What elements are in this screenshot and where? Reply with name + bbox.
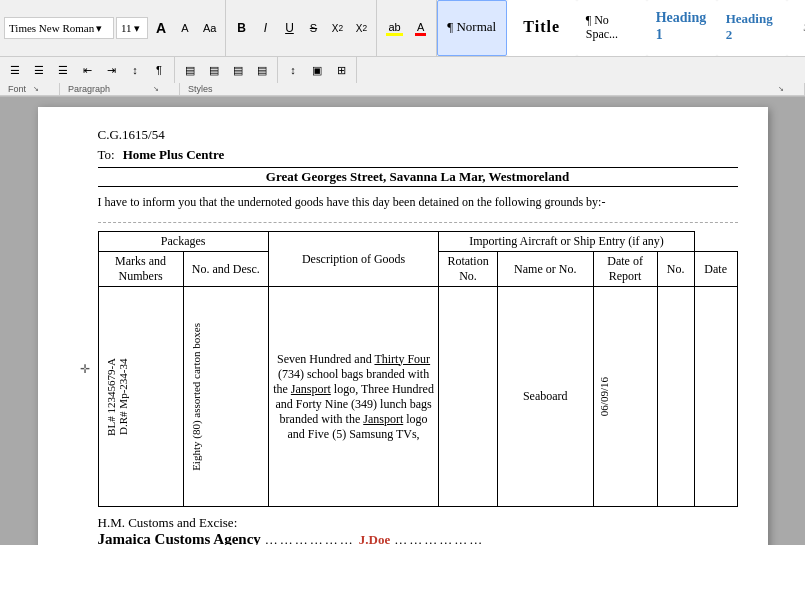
col-rotation-header: Rotation No. [439,252,498,287]
spacing-group: ↕ ▣ ⊞ [278,57,357,83]
shading-icon: ▣ [312,64,322,77]
shading-button[interactable]: ▣ [306,59,328,81]
text-format-group: B I U S X2 X2 [226,0,377,56]
signature-line: Jamaica Customs Agency ……………… J.Doe …………… [98,531,738,545]
clear-format-button[interactable]: Aa [198,17,221,39]
subscript-button[interactable]: X2 [326,17,348,39]
style-heading2-preview: Heading 2 [726,11,778,42]
paragraph-section-label: Paragraph ↘ [60,83,180,95]
italic-button[interactable]: I [254,17,276,39]
line-spacing-icon: ↕ [290,64,296,76]
row1-marks-cell: BL# 12345679-AD.R# Mp-234-34 [98,287,183,507]
font-color-button[interactable]: A [410,17,432,39]
align-left-icon: ▤ [185,64,195,77]
sort-icon: ↕ [132,64,138,76]
style-heading2[interactable]: Heading 2 [717,0,787,56]
marks-rotated-text: BL# 12345679-AD.R# Mp-234-34 [103,354,131,440]
borders-icon: ⊞ [337,64,346,77]
jansport2-underline: Jansport [363,412,403,426]
table-wrapper: ✛ Packages Description of Goods Importin… [98,231,738,507]
style-heading1[interactable]: Heading 1 [647,0,717,56]
paragraph-section-arrow[interactable]: ↘ [153,85,159,93]
style-no-spacing[interactable]: ¶ No Spac... [577,0,647,56]
col-marks-header: Marks and Numbers [98,252,183,287]
row1-rotation-cell [439,287,498,507]
shrink-font-button[interactable]: A [174,17,196,39]
numbering-button[interactable]: ☰ [28,59,50,81]
col-no-header: No. [657,252,694,287]
packages-header: Packages [98,232,268,252]
styles-section-arrow[interactable]: ↘ [778,85,784,93]
font-group: Times New Roman ▾ 11 ▾ A A Aa [0,0,226,56]
justify-button[interactable]: ▤ [251,59,273,81]
font-name-dropdown[interactable]: Times New Roman ▾ [4,17,114,39]
bullets-button[interactable]: ☰ [4,59,26,81]
justify-icon: ▤ [257,64,267,77]
line-spacing-button[interactable]: ↕ [282,59,304,81]
borders-button[interactable]: ⊞ [330,59,352,81]
address-text: Great Georges Street, Savanna La Mar, We… [266,169,569,184]
table-row: BL# 12345679-AD.R# Mp-234-34 Eighty (80)… [98,287,737,507]
align-center-button[interactable]: ▤ [203,59,225,81]
paragraph-label-text: Paragraph [68,84,110,94]
font-size-value: 11 [121,22,132,34]
multilevel-button[interactable]: ☰ [52,59,74,81]
col-date-report-header: Date of Report [593,252,657,287]
show-marks-button[interactable]: ¶ [148,59,170,81]
col-date-header: Date [694,252,737,287]
styles-area: ¶ Normal Title ¶ No Spac... Heading 1 He… [437,0,805,56]
bullets-icon: ☰ [10,64,20,77]
underline-button[interactable]: U [278,17,300,39]
desc-header: Description of Goods [268,232,438,287]
align-right-button[interactable]: ▤ [227,59,249,81]
font-name-arrow: ▾ [96,22,102,35]
row1-name-cell: Seaboard [497,287,593,507]
highlight-button[interactable]: ab [381,17,407,39]
grow-font-button[interactable]: A [150,17,172,39]
row1-desc-cell: Seven Hundred and Thirty Four (734) scho… [268,287,438,507]
color-group: ab A [377,0,436,56]
align-left-button[interactable]: ▤ [179,59,201,81]
bold-button[interactable]: B [230,17,252,39]
no-desc-rotated-text: Eighty (80) assorted carton boxes [188,319,204,475]
letter-body: I have to inform you that the undernoted… [98,195,738,223]
increase-indent-button[interactable]: ⇥ [100,59,122,81]
increase-indent-icon: ⇥ [107,64,116,77]
bottom-section: H.M. Customs and Excise: Jamaica Customs… [98,515,738,545]
col-name-no-header: Name or No. [497,252,593,287]
style-title[interactable]: Title [507,0,577,56]
style-subtitle[interactable]: Subtitle [787,0,805,56]
styles-section-label: Styles ↘ [180,83,805,95]
style-normal-preview: ¶ Normal [447,19,496,35]
strikethrough-button[interactable]: S [302,17,324,39]
letter-reference: C.G.1615/54 [98,127,738,143]
row1-no-cell [657,287,694,507]
multilevel-icon: ☰ [58,64,68,77]
dots1: ……………… [265,532,355,545]
row1-date-report-cell: 06/09/16 [593,287,657,507]
font-section-arrow[interactable]: ↘ [33,85,39,93]
style-no-spacing-preview: ¶ No Spac... [586,13,638,42]
list-group: ☰ ☰ ☰ ⇤ ⇥ ↕ ¶ [0,57,175,83]
highlight-icon: ab [386,21,402,36]
goods-table: Packages Description of Goods Importing … [98,231,738,507]
document-area: C.G.1615/54 To: Home Plus Centre Great G… [0,97,805,545]
font-section-label: Font ↘ [0,83,60,95]
style-normal[interactable]: ¶ Normal [437,0,507,56]
table-move-handle[interactable]: ✛ [80,362,90,377]
decrease-indent-icon: ⇤ [83,64,92,77]
spacer [357,57,805,83]
toolbar-row1: Times New Roman ▾ 11 ▾ A A Aa B I U S X2… [0,0,805,57]
font-color-icon: A [415,21,426,36]
font-size-dropdown[interactable]: 11 ▾ [116,17,148,39]
superscript-button[interactable]: X2 [350,17,372,39]
section-labels-bar: Font ↘ Paragraph ↘ Styles ↘ [0,83,805,96]
customs-label: H.M. Customs and Excise: [98,515,738,531]
thirty-four-underline: Thirty Four [374,352,430,366]
reference-text: C.G.1615/54 [98,127,165,142]
sort-button[interactable]: ↕ [124,59,146,81]
align-center-icon: ▤ [209,64,219,77]
to-value: Home Plus Centre [123,147,225,163]
table-header-row1: Packages Description of Goods Importing … [98,232,737,252]
decrease-indent-button[interactable]: ⇤ [76,59,98,81]
